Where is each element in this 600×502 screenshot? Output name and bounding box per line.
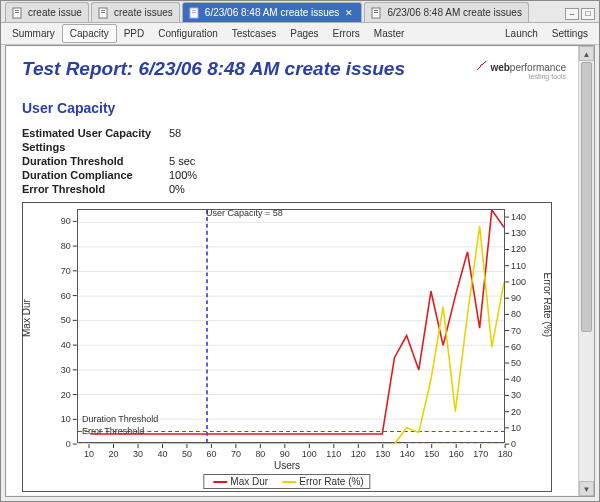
chart-legend: Max Dur Error Rate (%) [203,474,370,489]
tab-configuration[interactable]: Configuration [151,25,224,42]
svg-text:160: 160 [449,449,464,459]
doc-tab-2[interactable]: 6/23/06 8:48 AM create issues ✕ [182,2,363,22]
settings-button[interactable]: Settings [545,25,595,42]
svg-text:100: 100 [511,277,526,287]
section-heading: User Capacity [22,100,562,116]
launch-button[interactable]: Launch [498,25,545,42]
svg-rect-8 [192,12,196,13]
document-icon [98,7,110,19]
svg-text:170: 170 [473,449,488,459]
svg-text:30: 30 [133,449,143,459]
svg-text:0: 0 [66,439,71,449]
svg-text:20: 20 [109,449,119,459]
tab-master[interactable]: Master [367,25,412,42]
y-axis-right-label: Error Rate (%) [542,273,553,337]
svg-text:60: 60 [511,342,521,352]
svg-rect-7 [192,10,196,11]
svg-text:150: 150 [424,449,439,459]
svg-rect-2 [15,12,19,13]
document-icon [371,7,383,19]
svg-text:90: 90 [280,449,290,459]
svg-text:50: 50 [61,315,71,325]
tab-capacity[interactable]: Capacity [62,24,117,43]
svg-text:70: 70 [61,266,71,276]
svg-text:10: 10 [84,449,94,459]
scroll-down-icon[interactable]: ▼ [579,481,594,496]
svg-rect-11 [374,12,378,13]
svg-text:60: 60 [61,291,71,301]
doc-tab-label: 6/23/06 8:48 AM create issues [205,7,340,18]
maximize-icon[interactable]: □ [581,8,595,20]
svg-text:140: 140 [511,212,526,222]
svg-text:40: 40 [157,449,167,459]
chart-svg [78,210,504,444]
capacity-annotation: User Capacity = 58 [206,208,283,218]
svg-text:80: 80 [61,241,71,251]
svg-text:0: 0 [511,439,516,449]
x-axis-label: Users [23,460,551,471]
doc-tab-label: create issues [114,7,173,18]
svg-text:180: 180 [498,449,513,459]
svg-text:30: 30 [61,365,71,375]
svg-text:50: 50 [182,449,192,459]
table-row: Error Threshold0% [22,182,197,196]
svg-text:110: 110 [326,449,341,459]
svg-text:60: 60 [206,449,216,459]
view-toolbar: Summary Capacity PPD Configuration Testc… [1,23,599,45]
svg-text:140: 140 [400,449,415,459]
document-icon [12,7,24,19]
svg-text:70: 70 [511,326,521,336]
svg-text:10: 10 [511,423,521,433]
close-icon[interactable]: ✕ [343,8,355,18]
document-tab-row: create issue create issues 6/23/06 8:48 … [1,1,599,23]
scroll-up-icon[interactable]: ▲ [579,46,594,61]
summary-table: Estimated User Capacity58 Settings Durat… [22,126,197,196]
minimize-icon[interactable]: – [565,8,579,20]
tab-errors[interactable]: Errors [326,25,367,42]
svg-text:90: 90 [61,216,71,226]
svg-text:130: 130 [375,449,390,459]
svg-text:120: 120 [511,245,526,255]
tab-testcases[interactable]: Testcases [225,25,283,42]
svg-text:70: 70 [231,449,241,459]
svg-text:10: 10 [61,414,71,424]
vertical-scrollbar[interactable]: ▲ ▼ [578,46,594,496]
tab-summary[interactable]: Summary [5,25,62,42]
svg-text:40: 40 [61,340,71,350]
svg-text:110: 110 [511,261,526,271]
svg-text:130: 130 [511,228,526,238]
svg-rect-10 [374,10,378,11]
table-row: Estimated User Capacity58 [22,126,197,140]
svg-text:50: 50 [511,358,521,368]
document-icon [189,7,201,19]
doc-tab-1[interactable]: create issues [91,2,180,22]
chart-plot-area: User Capacity = 58 Duration Threshold Er… [77,209,505,443]
y-axis-left-label: Max Dur [21,299,32,337]
tab-ppd[interactable]: PPD [117,25,152,42]
capacity-chart: User Capacity = 58 Duration Threshold Er… [22,202,552,492]
table-row: Settings [22,140,197,154]
tab-pages[interactable]: Pages [283,25,325,42]
svg-text:100: 100 [302,449,317,459]
svg-rect-5 [101,12,105,13]
doc-tab-3[interactable]: 6/23/06 8:48 AM create issues [364,2,529,22]
error-threshold-annotation: Error Threshold [82,426,144,436]
doc-tab-label: create issue [28,7,82,18]
doc-tab-label: 6/23/06 8:48 AM create issues [387,7,522,18]
svg-text:80: 80 [255,449,265,459]
svg-text:40: 40 [511,374,521,384]
scrollbar-thumb[interactable] [581,62,592,332]
svg-text:30: 30 [511,390,521,400]
doc-tab-0[interactable]: create issue [5,2,89,22]
table-row: Duration Compliance100% [22,168,197,182]
table-row: Duration Threshold5 sec [22,154,197,168]
svg-rect-4 [101,10,105,11]
svg-text:20: 20 [511,407,521,417]
brand-logo: ⟋webperformance testing tools [472,60,566,80]
duration-threshold-annotation: Duration Threshold [82,414,158,424]
report-panel: ⟋webperformance testing tools Test Repor… [5,45,595,497]
svg-rect-1 [15,10,19,11]
svg-text:120: 120 [351,449,366,459]
svg-text:80: 80 [511,309,521,319]
svg-text:20: 20 [61,390,71,400]
